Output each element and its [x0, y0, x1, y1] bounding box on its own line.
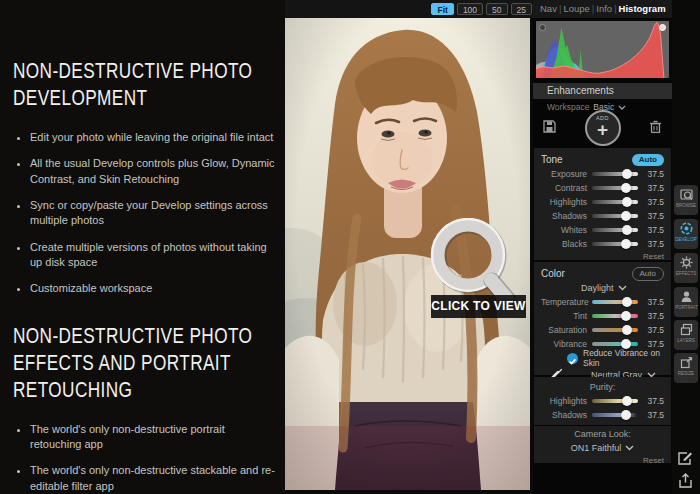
develop-icon [680, 222, 693, 235]
feature-item: Sync or copy/paste your Develop settings… [30, 198, 279, 229]
viewer-toolbar: Fit 100 50 25 [285, 0, 535, 18]
slider-row: Saturation37.5 [541, 323, 664, 337]
module-effects[interactable]: EFFECTS [674, 253, 698, 283]
purity-shadows-slider[interactable] [592, 413, 638, 417]
purity-highlights-slider[interactable] [592, 399, 638, 403]
panel-tabs: Nav|Loupe|Info|Histogram [533, 0, 672, 18]
feature-item: Customizable workspace [30, 281, 279, 296]
shadows-slider[interactable] [592, 214, 638, 218]
save-icon[interactable] [543, 120, 556, 133]
blacks-slider[interactable] [592, 242, 638, 246]
slider-knob[interactable] [622, 197, 632, 207]
vibrance-slider[interactable] [592, 342, 638, 346]
slider-row: Contrast37.5 [541, 181, 664, 195]
tab-histogram[interactable]: Histogram [619, 3, 666, 14]
contrast-slider[interactable] [592, 186, 638, 190]
temperature-slider[interactable] [592, 300, 638, 304]
module-layers[interactable]: LAYERS [674, 320, 698, 350]
slider-knob[interactable] [621, 239, 631, 249]
divider [534, 425, 671, 426]
exposure-slider[interactable] [592, 172, 638, 176]
tint-slider[interactable] [592, 314, 638, 318]
chevron-down-icon [625, 445, 634, 451]
slider-row: Temperature37.5 [541, 295, 664, 309]
slider-knob[interactable] [622, 169, 632, 179]
app-window: NON-DESTRUCTIVE PHOTO DEVELOPMENT Edit y… [0, 0, 700, 494]
module-browse[interactable]: BROWSE [674, 185, 698, 215]
shadow-clipping-indicator[interactable] [539, 24, 546, 31]
color-auto-button[interactable]: Auto [632, 267, 664, 281]
slider-row: Tint37.5 [541, 309, 664, 323]
feature-list: The world's only non-destructive portrai… [13, 422, 279, 494]
purity-title: Purity: [541, 381, 664, 394]
enhancements-actions: ADD + [533, 110, 672, 148]
module-portrait[interactable]: PORTRAIT [674, 287, 698, 317]
camera-look-dropdown[interactable]: ON1 Faithful [541, 441, 664, 455]
module-strip: BROWSE DEVELOP EFFECTS [672, 0, 700, 494]
slider-knob[interactable] [621, 339, 631, 349]
share-export-icon[interactable] [677, 472, 694, 489]
slider-row: Highlights37.5 [541, 394, 664, 408]
portrait-icon [680, 290, 693, 303]
section-heading: NON-DESTRUCTIVE PHOTO EFFECTS AND PORTRA… [13, 323, 285, 404]
slider-knob[interactable] [621, 183, 631, 193]
camera-look-title: Camera Look: [541, 428, 664, 441]
color-section: Color Auto Daylight Temperature37.5 Tint… [534, 262, 671, 375]
slider-knob[interactable] [621, 211, 631, 221]
click-to-view-label[interactable]: CLICK TO VIEW [431, 295, 526, 318]
feature-list: Edit your photo while leaving the origin… [13, 130, 279, 297]
tab-nav[interactable]: Nav [540, 3, 557, 14]
slider-knob[interactable] [621, 311, 631, 321]
develop-panel: Nav|Loupe|Info|Histogram Enhancements Wo… [533, 0, 672, 494]
module-develop[interactable]: DEVELOP [674, 219, 698, 249]
tone-auto-button[interactable]: Auto [632, 154, 664, 166]
enhancements-header[interactable]: Enhancements [533, 83, 672, 99]
effects-icon [680, 256, 693, 269]
tone-section: Tone Auto Exposure37.5 Contrast37.5 High… [534, 148, 671, 260]
histogram-canvas [536, 21, 669, 78]
feature-item: The world's only non-destructive stackab… [30, 463, 279, 494]
highlight-clipping-indicator[interactable] [659, 24, 666, 31]
slider-knob[interactable] [622, 325, 632, 335]
trash-icon[interactable] [649, 120, 662, 133]
whites-slider[interactable] [592, 228, 638, 232]
module-resize[interactable]: RESIZE [674, 353, 698, 383]
camera-look-reset-button[interactable]: Reset [541, 455, 664, 466]
tone-reset-button[interactable]: Reset [541, 251, 664, 262]
slider-row: Exposure37.5 [541, 167, 664, 181]
slider-row: Shadows37.5 [541, 209, 664, 223]
slider-knob[interactable] [622, 297, 632, 307]
zoom-50-button[interactable]: 50 [486, 3, 507, 15]
tab-loupe[interactable]: Loupe [563, 3, 589, 14]
feature-item: Edit your photo while leaving the origin… [30, 130, 279, 145]
highlights-slider[interactable] [592, 200, 638, 204]
marketing-panel: NON-DESTRUCTIVE PHOTO DEVELOPMENT Edit y… [0, 0, 285, 494]
zoom-fit-button[interactable]: Fit [431, 3, 453, 15]
slider-row: Highlights37.5 [541, 195, 664, 209]
purity-section: Purity: Highlights37.5 Shadows37.5 Camer… [534, 377, 671, 463]
plus-icon: + [587, 121, 619, 138]
slider-row: Whites37.5 [541, 223, 664, 237]
slider-knob[interactable] [622, 396, 632, 406]
tab-info[interactable]: Info [596, 3, 612, 14]
chevron-down-icon [618, 105, 626, 110]
feature-item: The world's only non-destructive portrai… [30, 422, 279, 453]
magnifier-icon[interactable] [430, 218, 520, 306]
white-balance-dropdown[interactable]: Daylight [541, 281, 664, 295]
tone-title: Tone [541, 154, 563, 165]
resize-icon [680, 356, 693, 369]
slider-knob[interactable] [622, 225, 632, 235]
zoom-25-button[interactable]: 25 [511, 3, 532, 15]
feature-item: Create multiple versions of photos witho… [30, 240, 279, 271]
zoom-100-button[interactable]: 100 [457, 3, 483, 15]
checkbox-checked-icon[interactable] [567, 353, 578, 364]
slider-knob[interactable] [621, 410, 631, 420]
reduce-vibrance-checkbox[interactable]: Reduce Vibrance on Skin [541, 351, 664, 365]
add-enhancement-button[interactable]: ADD + [585, 110, 621, 146]
saturation-slider[interactable] [592, 328, 638, 332]
histogram[interactable] [536, 21, 669, 78]
chevron-down-icon [618, 285, 627, 291]
edit-in-icon[interactable] [677, 450, 694, 467]
layers-icon [680, 323, 693, 336]
feature-item: All the usual Develop controls plus Glow… [30, 156, 279, 187]
